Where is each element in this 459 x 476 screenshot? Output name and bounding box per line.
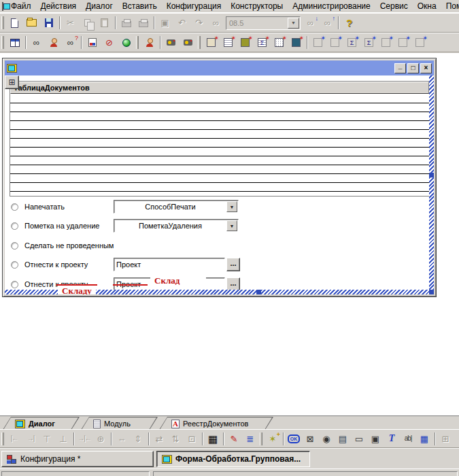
configuration-window-button[interactable]: Конфигурация * <box>1 451 154 467</box>
control-wizard-button[interactable]: ✶+ <box>265 431 281 447</box>
resize-handle-bottom[interactable] <box>256 290 261 294</box>
constructor-disabled-3-button[interactable]: Σ✶ <box>343 35 360 50</box>
constructor-disabled-2-button[interactable]: ✶ <box>326 35 343 50</box>
insert-table-button[interactable]: ▦ <box>416 431 432 447</box>
save-button[interactable] <box>40 15 57 31</box>
menu-item-administration[interactable]: Администрирование <box>288 0 375 12</box>
align-left-button[interactable]: |← <box>6 431 22 447</box>
stop-debug-button[interactable]: ⊘ <box>101 35 118 50</box>
project2-browse-button[interactable]: ... <box>226 277 240 291</box>
snap-to-grid-button[interactable]: ⊡ <box>184 431 200 447</box>
find-button[interactable]: ∞ <box>207 15 224 31</box>
constructor-disabled-1-button[interactable]: ✶ <box>309 35 326 50</box>
window-split-button[interactable] <box>6 35 23 50</box>
constructor-report-button[interactable]: ✶ <box>288 35 305 50</box>
user-monitor-button[interactable] <box>141 35 158 50</box>
close-button[interactable]: × <box>420 63 432 73</box>
deletion-mark-radio[interactable] <box>11 222 18 230</box>
zoom-combobox[interactable]: 08.5 ▼ <box>226 16 301 30</box>
project2-radio[interactable] <box>11 281 18 288</box>
monitor-button[interactable] <box>118 35 135 50</box>
print-preview-button[interactable] <box>135 15 152 31</box>
menu-item-help[interactable]: Помощь <box>441 0 459 12</box>
insert-checkbox-button[interactable]: ⊠ <box>302 431 318 447</box>
dropdown-arrow-icon[interactable]: ▼ <box>226 201 237 212</box>
menu-item-configuration[interactable]: Конфигурация <box>162 0 226 12</box>
tab-module[interactable]: Модуль <box>81 417 158 430</box>
resize-handle-right[interactable] <box>429 173 434 177</box>
tab-registry[interactable]: AРеестрДокументов <box>159 417 273 430</box>
print-button[interactable] <box>118 15 135 31</box>
menu-item-dialog[interactable]: Диалог <box>81 0 118 12</box>
menu-item-service[interactable]: Сервис <box>375 0 413 12</box>
align-right-button[interactable]: →| <box>22 431 39 447</box>
find-next-button[interactable]: ∞↓ <box>302 15 319 31</box>
center-both-button[interactable]: ⊕ <box>92 431 109 447</box>
open-button[interactable] <box>23 15 40 31</box>
dropdown-arrow-icon[interactable]: ▼ <box>226 220 237 231</box>
unpost-radio[interactable] <box>11 242 18 250</box>
constructor-disabled-5-button[interactable]: ✶ <box>377 35 394 50</box>
project-radio[interactable] <box>11 261 18 269</box>
print-method-combobox[interactable]: СпособПечати ▼ <box>114 200 239 214</box>
properties-button[interactable]: ▣ <box>156 15 173 31</box>
undo-button[interactable]: ↶ <box>173 15 190 31</box>
insert-edit-button[interactable]: ab| <box>400 431 416 447</box>
new-button[interactable] <box>6 15 23 31</box>
dropdown-arrow-icon[interactable]: ▼ <box>288 18 299 29</box>
search-in-metadata-button[interactable] <box>45 35 62 50</box>
insert-frame-button[interactable]: ▣ <box>367 431 384 447</box>
form-canvas[interactable]: ТаблицаДокументов ◫◫⊞ Напечатать СпособП… <box>5 75 434 294</box>
constructor-journal-button[interactable]: ✶ <box>220 35 237 50</box>
journal-button[interactable] <box>163 35 180 50</box>
deletion-mark-combobox[interactable]: ПометкаУдаления ▼ <box>114 219 239 233</box>
constructor-disabled-6-button[interactable]: ✶ <box>394 35 411 50</box>
format-button[interactable]: ✎ <box>226 431 242 447</box>
constructor-register-button[interactable]: Σ✶ <box>254 35 271 50</box>
project-field[interactable]: Проект <box>114 258 225 271</box>
clipped-edge-button[interactable]: ▐ <box>454 431 459 447</box>
same-height-button[interactable]: ⇕ <box>130 431 146 447</box>
global-search-button[interactable]: ∞ <box>28 35 45 50</box>
constructor-enum-button[interactable]: ✶ <box>271 35 288 50</box>
help-button[interactable]: ? <box>341 15 358 31</box>
spacing-vertical-button[interactable]: ⇅ <box>167 431 184 447</box>
spacing-horizontal-button[interactable]: ⇄ <box>151 431 167 447</box>
tab-dialog[interactable]: Диалог <box>3 417 80 430</box>
print-radio[interactable] <box>11 203 18 211</box>
form-designer-window[interactable]: _ □ × ТаблицаДокументов ◫◫⊞ Н <box>2 58 437 297</box>
maximize-button[interactable]: □ <box>407 63 419 73</box>
insert-label-button[interactable]: T <box>384 431 400 447</box>
constructor-disabled-4-button[interactable]: Σ✶ <box>360 35 377 50</box>
table-header[interactable]: ТаблицаДокументов <box>10 82 429 94</box>
menu-item-actions[interactable]: Действия <box>36 0 82 12</box>
minimize-button[interactable]: _ <box>394 63 406 73</box>
layers-button[interactable]: ≣ <box>242 431 258 447</box>
menu-item-file[interactable]: Файл <box>6 0 36 12</box>
search-help-button[interactable]: ∞? <box>62 35 79 50</box>
tree-button[interactable]: ⊞ <box>437 431 454 447</box>
grid-button[interactable]: ▦ <box>205 431 221 447</box>
paste-button[interactable] <box>96 15 113 31</box>
project-browse-button[interactable]: ... <box>226 258 240 271</box>
form-window-button[interactable]: Форма-Обработка.Групповая... <box>156 451 310 467</box>
find-previous-button[interactable]: ∞↑ <box>319 15 336 31</box>
form-title-bar[interactable]: _ □ × <box>5 61 434 75</box>
constructor-reference-button[interactable]: ✶ <box>237 35 254 50</box>
menu-item-constructors[interactable]: Конструкторы <box>226 0 288 12</box>
copy-button[interactable] <box>79 15 96 31</box>
insert-textbox-button[interactable]: ▭ <box>351 431 367 447</box>
resize-handle-corner[interactable] <box>429 290 434 294</box>
menu-item-insert[interactable]: Вставить <box>118 0 162 12</box>
align-bottom-button[interactable]: ⊥ <box>55 431 71 447</box>
center-horizontal-button[interactable]: →|← <box>76 431 92 447</box>
journal-settings-button[interactable] <box>180 35 197 50</box>
insert-button-button[interactable]: OK <box>286 431 302 447</box>
syntax-check-button[interactable] <box>84 35 101 50</box>
constructor-disabled-7-button[interactable]: ✶ <box>411 35 428 50</box>
align-top-button[interactable]: ⊤ <box>39 431 55 447</box>
document-table-control[interactable]: ТаблицаДокументов <box>10 81 430 197</box>
insert-radio-button[interactable]: ◉ <box>318 431 335 447</box>
table-rows[interactable] <box>10 95 429 196</box>
redo-button[interactable]: ↷ <box>190 15 207 31</box>
